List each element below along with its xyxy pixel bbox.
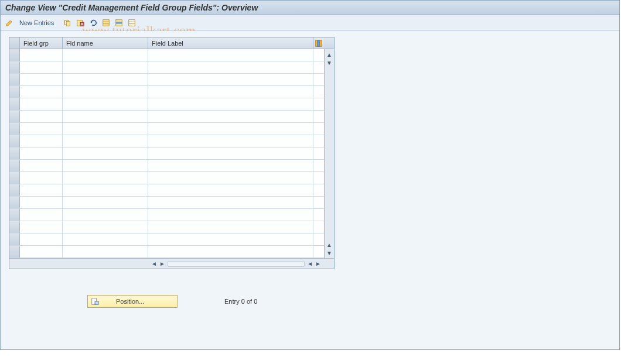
cell-field-grp[interactable] <box>20 98 63 110</box>
cell-field-label[interactable] <box>148 160 313 171</box>
row-selector[interactable] <box>9 98 20 110</box>
vertical-scrollbar[interactable]: ▲ ▼ ▲ ▼ <box>324 49 334 258</box>
cell-field-grp[interactable] <box>20 246 63 257</box>
row-selector[interactable] <box>9 61 20 73</box>
cell-field-label[interactable] <box>148 98 313 110</box>
cell-field-grp[interactable] <box>20 135 63 147</box>
cell-field-grp[interactable] <box>20 49 63 61</box>
cell-fld-name[interactable] <box>63 246 148 257</box>
cell-field-grp[interactable] <box>20 197 63 208</box>
cell-fld-name[interactable] <box>63 111 148 122</box>
cell-field-label[interactable] <box>148 111 313 122</box>
row-selector[interactable] <box>9 209 20 221</box>
cell-field-grp[interactable] <box>20 221 63 233</box>
delete-icon[interactable] <box>75 18 86 28</box>
cell-field-label[interactable] <box>148 221 313 233</box>
cell-field-label[interactable] <box>148 61 313 73</box>
cell-field-grp[interactable] <box>20 86 63 98</box>
cell-field-label[interactable] <box>148 123 313 135</box>
row-selector[interactable] <box>9 184 20 196</box>
select-all-icon[interactable] <box>101 18 111 28</box>
deselect-all-icon[interactable] <box>127 18 137 28</box>
table-config-button[interactable] <box>313 37 324 49</box>
row-selector[interactable] <box>9 197 20 208</box>
row-selector[interactable] <box>9 221 20 233</box>
cell-field-label[interactable] <box>148 246 313 257</box>
cell-field-grp[interactable] <box>20 123 63 135</box>
cell-field-grp[interactable] <box>20 111 63 122</box>
cell-field-label[interactable] <box>148 147 313 159</box>
horizontal-scroll-row: ◄ ► ◄ ► <box>9 258 334 269</box>
cell-fld-name[interactable] <box>63 197 148 208</box>
scroll-left-icon[interactable]: ◄ <box>150 260 158 267</box>
cell-fld-name[interactable] <box>63 221 148 233</box>
cell-field-grp[interactable] <box>20 147 63 159</box>
undo-icon[interactable] <box>88 18 98 28</box>
cell-field-label[interactable] <box>148 49 313 61</box>
cell-field-grp[interactable] <box>20 160 63 171</box>
cell-fld-name[interactable] <box>63 49 148 61</box>
horizontal-scrollbar[interactable]: ◄ ► ◄ ► <box>148 259 324 269</box>
scroll-left-step-icon[interactable]: ◄ <box>306 260 314 267</box>
window-title-bar: Change View "Credit Management Field Gro… <box>1 1 619 15</box>
row-selector[interactable] <box>9 74 20 85</box>
cell-fld-name[interactable] <box>63 135 148 147</box>
copy-icon[interactable] <box>62 18 73 28</box>
cell-field-grp[interactable] <box>20 172 63 184</box>
cell-fld-name[interactable] <box>63 86 148 98</box>
data-table: Field grp Fld name Field Label ▲ ▼ <box>9 37 335 269</box>
scroll-right-step-icon[interactable]: ► <box>158 260 166 267</box>
row-selector[interactable] <box>9 160 20 171</box>
cell-fld-name[interactable] <box>63 172 148 184</box>
row-selector[interactable] <box>9 246 20 257</box>
scroll-down-small-icon[interactable]: ▼ <box>325 59 334 67</box>
scroll-up-small-icon[interactable]: ▲ <box>325 241 334 249</box>
cell-field-label[interactable] <box>148 184 313 196</box>
cell-field-grp[interactable] <box>20 209 63 221</box>
new-entries-button[interactable]: New Entries <box>17 18 56 28</box>
column-header-field-grp[interactable]: Field grp <box>20 37 63 49</box>
column-header-fld-name[interactable]: Fld name <box>63 37 148 49</box>
row-selector[interactable] <box>9 233 20 245</box>
cell-field-label[interactable] <box>148 233 313 245</box>
select-block-icon[interactable] <box>114 18 124 28</box>
scroll-up-icon[interactable]: ▲ <box>325 50 334 59</box>
cell-field-label[interactable] <box>148 74 313 85</box>
row-selector[interactable] <box>9 147 20 159</box>
row-selector[interactable] <box>9 135 20 147</box>
cell-field-grp[interactable] <box>20 233 63 245</box>
row-selector[interactable] <box>9 86 20 98</box>
column-header-field-label[interactable]: Field Label <box>148 37 313 49</box>
svg-rect-9 <box>129 19 135 26</box>
cell-fld-name[interactable] <box>63 184 148 196</box>
cell-fld-name[interactable] <box>63 98 148 110</box>
svg-rect-1 <box>67 21 70 26</box>
cell-field-label[interactable] <box>148 135 313 147</box>
position-button[interactable]: Position... <box>87 295 178 308</box>
cell-field-grp[interactable] <box>20 184 63 196</box>
svg-rect-16 <box>95 301 98 304</box>
cell-fld-name[interactable] <box>63 209 148 221</box>
cell-fld-name[interactable] <box>63 233 148 245</box>
row-selector-header[interactable] <box>9 37 20 49</box>
row-selector[interactable] <box>9 123 20 135</box>
scroll-right-icon[interactable]: ► <box>314 260 322 267</box>
scroll-down-icon[interactable]: ▼ <box>325 249 334 257</box>
cell-field-grp[interactable] <box>20 61 63 73</box>
edit-icon[interactable] <box>4 18 15 28</box>
cell-fld-name[interactable] <box>63 123 148 135</box>
cell-fld-name[interactable] <box>63 160 148 171</box>
row-selector[interactable] <box>9 49 20 61</box>
cell-fld-name[interactable] <box>63 74 148 85</box>
cell-field-grp[interactable] <box>20 74 63 85</box>
hscroll-track[interactable] <box>168 261 305 267</box>
row-selector[interactable] <box>9 111 20 122</box>
cell-field-label[interactable] <box>148 209 313 221</box>
cell-field-label[interactable] <box>148 86 313 98</box>
table-row <box>9 61 324 74</box>
cell-fld-name[interactable] <box>63 147 148 159</box>
cell-field-label[interactable] <box>148 172 313 184</box>
cell-fld-name[interactable] <box>63 61 148 73</box>
row-selector[interactable] <box>9 172 20 184</box>
cell-field-label[interactable] <box>148 197 313 208</box>
